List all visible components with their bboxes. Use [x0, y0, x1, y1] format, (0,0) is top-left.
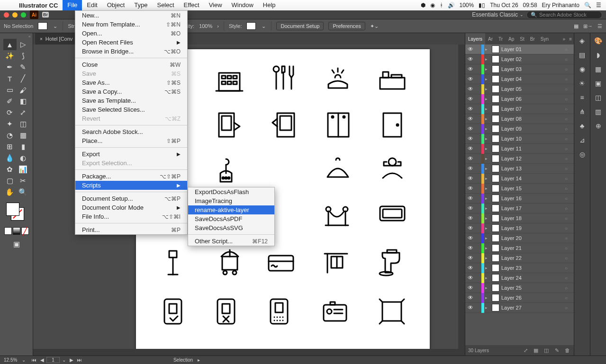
layer-row[interactable]: 👁▸Layer 19○ — [465, 223, 574, 233]
expand-icon[interactable]: ▸ — [485, 47, 490, 52]
fill-stroke-swatches[interactable] — [6, 203, 27, 223]
sync-icon[interactable]: ◉ — [430, 2, 435, 9]
gradient-tool[interactable]: ▮ — [17, 141, 30, 152]
target-icon[interactable]: ○ — [562, 116, 570, 122]
target-icon[interactable]: ○ — [562, 107, 570, 112]
expand-icon[interactable]: ▸ — [485, 186, 490, 191]
symbols-icon[interactable]: ♣ — [577, 120, 588, 132]
expand-icon[interactable]: ▸ — [485, 206, 490, 211]
target-icon[interactable]: ○ — [562, 236, 570, 241]
menu-item[interactable]: Search Adobe Stock... — [75, 127, 187, 136]
layer-row[interactable]: 👁▸Layer 12○ — [465, 154, 574, 164]
width-tool[interactable]: ✦ — [3, 118, 17, 130]
transform-icon[interactable]: ▦ — [574, 23, 579, 29]
zoom-window-button[interactable] — [21, 12, 26, 18]
expand-icon[interactable]: ▸ — [485, 256, 490, 260]
app-name[interactable]: Illustrator CC — [14, 2, 63, 9]
perspective-tool[interactable]: ▦ — [17, 130, 30, 141]
expand-icon[interactable]: ▸ — [485, 126, 490, 131]
menu-item[interactable]: ExportDocsAsFlash — [188, 187, 274, 196]
menu-view[interactable]: View — [204, 0, 227, 10]
brushes-icon[interactable]: ⊿ — [577, 134, 588, 146]
menu-item[interactable]: Save a Copy...⌥⌘S — [75, 87, 187, 96]
properties-icon[interactable]: ◈ — [577, 35, 588, 46]
visibility-icon[interactable]: 👁 — [465, 195, 476, 202]
panel-chevron-icon[interactable]: » — [561, 36, 568, 42]
delete-layer-icon[interactable]: 🗑 — [563, 347, 571, 353]
pathfinder-icon[interactable]: ◫ — [593, 92, 604, 103]
menu-item[interactable]: SaveDocsAsSVG — [188, 223, 274, 232]
menu-item[interactable]: New...⌘N — [75, 11, 187, 20]
panel-tab-layers[interactable]: Layers — [465, 33, 485, 44]
symbol-sprayer-tool[interactable]: ✿ — [3, 164, 17, 175]
menu-item[interactable]: Open Recent Files▶ — [75, 38, 187, 47]
workspace-switcher[interactable]: Essentials Classic⌄ — [472, 11, 524, 18]
menu-object[interactable]: Object — [102, 0, 130, 10]
menu-item[interactable]: SaveDocsAsPDF — [188, 214, 274, 223]
visibility-icon[interactable]: 👁 — [465, 56, 476, 62]
curvature-tool[interactable]: ✎ — [17, 62, 30, 73]
layer-row[interactable]: 👁▸Layer 18○ — [465, 213, 574, 223]
direct-selection-tool[interactable]: ▷ — [17, 39, 30, 50]
menu-item[interactable]: Close⌘W — [75, 60, 187, 69]
visibility-icon[interactable]: 👁 — [465, 275, 476, 281]
expand-icon[interactable]: ▸ — [485, 216, 490, 221]
target-icon[interactable]: ○ — [562, 136, 570, 142]
align-icon[interactable]: ▥ — [593, 106, 604, 117]
document-setup-button[interactable]: Document Setup — [276, 22, 324, 30]
expand-icon[interactable]: ▸ — [485, 166, 490, 171]
target-icon[interactable]: ○ — [562, 196, 570, 201]
menu-item[interactable]: Scripts▶ — [75, 181, 187, 190]
expand-icon[interactable]: ▸ — [485, 67, 490, 71]
artboard-nav[interactable]: ⏮◀ 1 ⌄▶⏭ — [30, 357, 83, 363]
menu-icon[interactable]: ☰ — [596, 2, 601, 9]
menu-item[interactable]: Open...⌘O — [75, 29, 187, 38]
visibility-icon[interactable]: 👁 — [465, 165, 476, 172]
visibility-icon[interactable]: 👁 — [465, 46, 476, 53]
expand-icon[interactable]: ▸ — [485, 136, 490, 141]
layer-row[interactable]: 👁▸Layer 20○ — [465, 233, 574, 243]
expand-icon[interactable]: ▸ — [485, 226, 490, 231]
blend-tool[interactable]: ◐ — [17, 152, 30, 164]
minimize-window-button[interactable] — [12, 12, 18, 18]
menu-item[interactable]: File Info...⌥⇧⌘I — [75, 212, 187, 221]
menu-item[interactable]: ImageTracing — [188, 196, 274, 205]
layer-row[interactable]: 👁▸Layer 07○ — [465, 104, 574, 114]
expand-icon[interactable]: ▸ — [485, 295, 490, 300]
expand-icon[interactable]: ▸ — [485, 57, 490, 62]
selection-tool[interactable]: ▲ — [3, 39, 17, 50]
bridge-icon[interactable]: Br — [42, 12, 49, 18]
horizontal-scrollbar[interactable] — [33, 349, 458, 355]
expand-icon[interactable]: ▸ — [485, 266, 490, 270]
visibility-icon[interactable]: 👁 — [465, 155, 476, 162]
zoom-tool[interactable]: 🔍 — [17, 186, 30, 198]
eraser-tool[interactable]: ◧ — [17, 96, 30, 107]
visibility-icon[interactable]: 👁 — [465, 245, 476, 251]
layer-row[interactable]: 👁▸Layer 03○ — [465, 64, 574, 74]
layer-row[interactable]: 👁▸Layer 24○ — [465, 273, 574, 283]
target-icon[interactable]: ○ — [562, 57, 570, 62]
layer-row[interactable]: 👁▸Layer 04○ — [465, 74, 574, 84]
rotate-tool[interactable]: ⟳ — [3, 107, 17, 118]
appearance-icon[interactable]: ◉ — [577, 63, 588, 75]
visibility-icon[interactable]: 👁 — [465, 125, 476, 132]
artboard-tool[interactable]: ▢ — [3, 175, 17, 186]
target-icon[interactable]: ○ — [562, 246, 570, 251]
layer-row[interactable]: 👁▸Layer 02○ — [465, 54, 574, 64]
target-icon[interactable]: ○ — [562, 176, 570, 181]
menu-item[interactable]: New from Template...⇧⌘N — [75, 20, 187, 29]
menu-item[interactable]: Place...⇧⌘P — [75, 136, 187, 145]
menu-item[interactable]: Print...⌘P — [75, 225, 187, 234]
layer-row[interactable]: 👁▸Layer 06○ — [465, 94, 574, 104]
panel-tab-br[interactable]: Br — [527, 33, 538, 44]
volume-icon[interactable]: 🔊 — [448, 2, 455, 9]
expand-icon[interactable]: ▸ — [485, 146, 490, 151]
graphic-styles-icon[interactable]: ☀ — [577, 78, 588, 89]
visibility-icon[interactable]: 👁 — [465, 225, 476, 231]
target-icon[interactable]: ○ — [562, 126, 570, 132]
dropbox-icon[interactable]: ⬢ — [421, 2, 425, 9]
opacity-value[interactable]: 100% — [199, 23, 212, 29]
layer-row[interactable]: 👁▸Layer 21○ — [465, 243, 574, 253]
menu-item[interactable]: Save Selected Slices... — [75, 105, 187, 114]
style-swatch[interactable] — [246, 22, 256, 30]
